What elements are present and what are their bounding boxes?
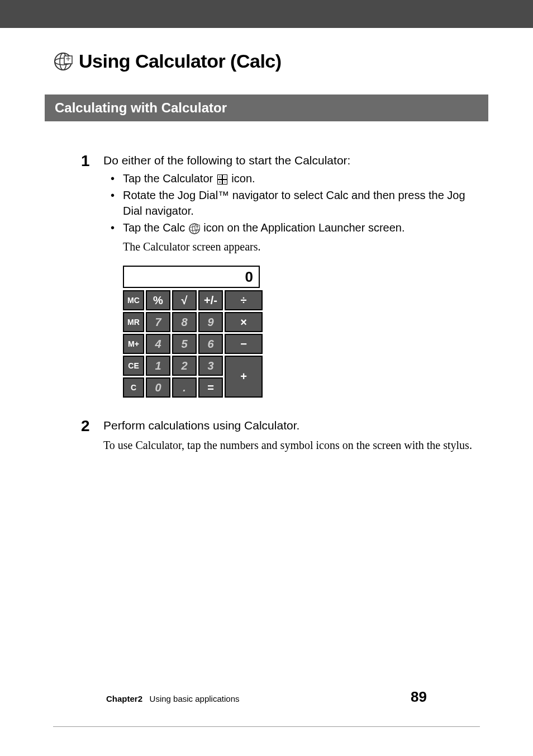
step-body: Do either of the following to start the … <box>103 152 480 254</box>
bullet-item: Tap the Calc icon on the Application Lau… <box>123 220 480 235</box>
calc-small-icon: +−×÷ <box>216 173 229 186</box>
calc-btn-5: 5 <box>172 334 197 354</box>
calc-btn-mr: MR <box>123 312 144 332</box>
calc-display: 0 <box>123 266 260 288</box>
footer: Chapter2 Using basic applications 89 <box>53 726 480 733</box>
step-body-text: To use Calculator, tap the numbers and s… <box>103 437 480 453</box>
calc-btn-7: 7 <box>146 312 170 332</box>
calc-btn-equals: = <box>198 377 223 398</box>
calc-btn-6: 6 <box>198 334 223 354</box>
calc-grid: MC % √ +/- ÷ MR 7 8 9 × M+ 4 5 6 − CE 1 … <box>123 290 260 398</box>
bullet-text-pre: Tap the Calculator <box>123 172 216 185</box>
calc-btn-mc: MC <box>123 290 144 310</box>
svg-text:÷: ÷ <box>223 180 226 184</box>
svg-text:×: × <box>218 180 221 184</box>
step-body: Perform calculations using Calculator. T… <box>103 417 480 453</box>
footer-row: Chapter2 Using basic applications 89 <box>106 688 427 706</box>
calc-globe-svg <box>53 51 73 72</box>
calc-btn-2: 2 <box>172 356 197 376</box>
step-heading: Do either of the following to start the … <box>103 152 480 168</box>
calc-btn-8: 8 <box>172 312 197 332</box>
calc-btn-sqrt: √ <box>172 290 197 310</box>
header-bar <box>0 0 533 28</box>
bullet-text-post: icon. <box>229 172 255 185</box>
calc-btn-minus: − <box>225 334 263 354</box>
footer-divider <box>53 726 480 727</box>
bullet-item: Rotate the Jog Dial™ navigator to select… <box>123 187 480 219</box>
step-1: 1 Do either of the following to start th… <box>53 152 480 254</box>
calc-btn-mplus: M+ <box>123 334 144 354</box>
calc-btn-sign: +/- <box>198 290 223 310</box>
page-title: Using Calculator (Calc) <box>79 50 282 72</box>
calculator-screenshot: 0 MC % √ +/- ÷ MR 7 8 9 × M+ 4 5 6 − CE … <box>123 266 260 398</box>
calc-btn-4: 4 <box>146 334 170 354</box>
result-text: The Calculator screen appears. <box>123 239 480 254</box>
bullet-text-post: icon on the Application Launcher screen. <box>201 221 405 234</box>
step-2: 2 Perform calculations using Calculator.… <box>53 417 480 453</box>
calc-btn-9: 9 <box>198 312 223 332</box>
svg-text:+: + <box>218 175 221 179</box>
step-number: 1 <box>81 152 103 170</box>
calc-btn-3: 3 <box>198 356 223 376</box>
calc-btn-ce: CE <box>123 356 144 376</box>
bullet-text-pre: Tap the Calc <box>123 221 188 234</box>
calc-btn-plus: + <box>225 356 263 398</box>
calc-btn-0: 0 <box>146 377 170 398</box>
footer-left: Chapter2 Using basic applications <box>106 694 239 703</box>
calc-globe-small-icon <box>188 223 201 235</box>
calc-btn-c: C <box>123 377 144 398</box>
chapter-text: Using basic applications <box>150 694 240 703</box>
calc-btn-1: 1 <box>146 356 170 376</box>
calc-btn-dot: . <box>172 377 197 398</box>
step-number: 2 <box>81 417 103 435</box>
svg-text:−: − <box>223 175 226 179</box>
bullet-list: Tap the Calculator +−×÷ icon. Rotate the… <box>123 171 480 235</box>
calc-globe-icon <box>53 51 73 72</box>
page-number: 89 <box>411 688 427 706</box>
calc-btn-divide: ÷ <box>225 290 263 310</box>
step-heading: Perform calculations using Calculator. <box>103 417 480 433</box>
bullet-item: Tap the Calculator +−×÷ icon. <box>123 171 480 186</box>
section-heading: Calculating with Calculator <box>45 94 488 121</box>
calc-btn-percent: % <box>146 290 170 310</box>
title-row: Using Calculator (Calc) <box>53 50 480 72</box>
chapter-label: Chapter2 <box>106 694 142 703</box>
calc-btn-multiply: × <box>225 312 263 332</box>
page-content: Using Calculator (Calc) Calculating with… <box>0 28 533 453</box>
